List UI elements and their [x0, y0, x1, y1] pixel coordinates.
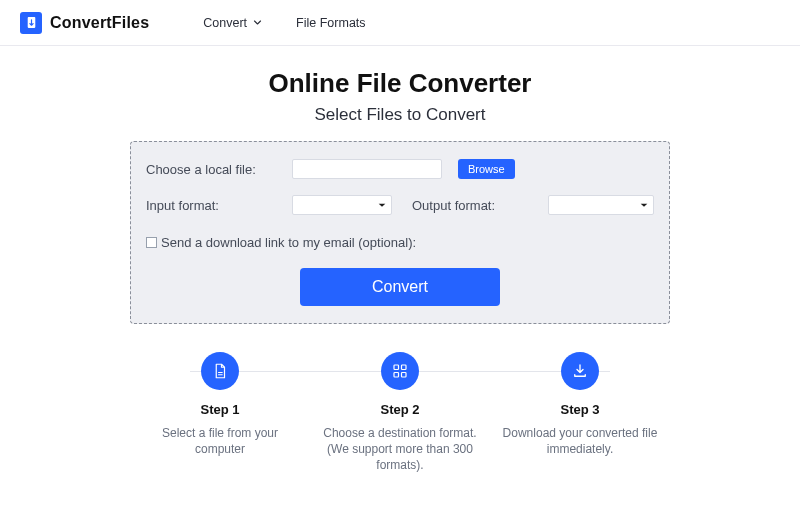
step-2-desc: Choose a destination format. (We support…	[316, 425, 484, 474]
step-1: Step 1 Select a file from your computer	[130, 352, 310, 474]
chevron-down-icon	[253, 18, 262, 27]
browse-button[interactable]: Browse	[458, 159, 515, 179]
page-subtitle: Select Files to Convert	[0, 105, 800, 125]
output-format-label: Output format:	[412, 198, 495, 213]
svg-rect-2	[402, 365, 407, 370]
email-checkbox[interactable]	[146, 237, 157, 248]
file-path-input[interactable]	[292, 159, 442, 179]
brand[interactable]: ConvertFiles	[20, 12, 149, 34]
nav-convert[interactable]: Convert	[203, 16, 262, 30]
step-3-desc: Download your converted file immediately…	[496, 425, 664, 457]
header: ConvertFiles Convert File Formats	[0, 0, 800, 46]
svg-rect-3	[394, 373, 399, 378]
page-title: Online File Converter	[0, 68, 800, 99]
nav-convert-label: Convert	[203, 16, 247, 30]
step-2-title: Step 2	[380, 402, 419, 417]
input-format-label: Input format:	[146, 198, 276, 213]
brand-text: ConvertFiles	[50, 14, 149, 32]
step-1-desc: Select a file from your computer	[136, 425, 304, 457]
convert-button-label: Convert	[372, 278, 428, 295]
steps: Step 1 Select a file from your computer …	[130, 352, 670, 474]
chevron-down-icon	[377, 200, 387, 210]
email-checkbox-label: Send a download link to my email (option…	[161, 235, 416, 250]
output-format-select[interactable]	[548, 195, 654, 215]
step-1-title: Step 1	[200, 402, 239, 417]
nav-file-formats[interactable]: File Formats	[296, 16, 365, 30]
converter-form: Choose a local file: Browse Input format…	[130, 141, 670, 324]
convert-button[interactable]: Convert	[300, 268, 500, 306]
download-icon	[561, 352, 599, 390]
grid-icon	[381, 352, 419, 390]
step-3: Step 3 Download your converted file imme…	[490, 352, 670, 474]
step-3-title: Step 3	[560, 402, 599, 417]
brand-logo-icon	[20, 12, 42, 34]
svg-rect-4	[402, 373, 407, 378]
nav: Convert File Formats	[203, 16, 365, 30]
browse-button-label: Browse	[468, 163, 505, 175]
input-format-select[interactable]	[292, 195, 392, 215]
chevron-down-icon	[639, 200, 649, 210]
choose-file-label: Choose a local file:	[146, 162, 276, 177]
svg-rect-1	[394, 365, 399, 370]
step-2: Step 2 Choose a destination format. (We …	[310, 352, 490, 474]
nav-file-formats-label: File Formats	[296, 16, 365, 30]
file-icon	[201, 352, 239, 390]
